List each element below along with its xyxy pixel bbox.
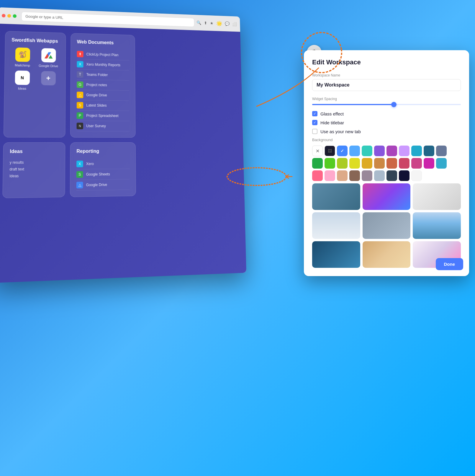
maximize-dot[interactable] [13,14,17,18]
app-mailchimp[interactable]: 🐒 Mailchimp [11,47,34,67]
report-gdrive[interactable]: △ Google Drive [76,179,130,190]
no-color-swatch[interactable]: ✕ [312,146,323,156]
glass-effect-row[interactable]: ✓ Glass effect [312,111,461,116]
workspace-name-input[interactable] [312,79,461,91]
swatch-rose[interactable] [399,158,410,169]
extension-icon[interactable]: 🌟 [216,20,222,26]
color-swatches-section: ✕ 🖼 [312,146,461,181]
bg-light1[interactable] [413,183,461,210]
bg-gradient1[interactable] [363,183,411,210]
glass-effect-label: Glass effect [320,111,344,116]
widget-spacing-label: Widget Spacing [312,97,461,101]
swatch-lime[interactable] [337,158,348,169]
bg-bricks[interactable] [312,183,360,210]
swatch-purple1[interactable] [374,146,385,156]
swatch-green2[interactable] [325,158,335,169]
swatch-tan[interactable] [374,158,385,169]
doc-clickup[interactable]: ⬆ ClickUp Project Plan [77,49,129,61]
swatch-charcoal[interactable] [386,170,397,181]
swatch-magenta[interactable] [424,158,434,169]
swatch-navy[interactable] [399,170,410,181]
background-label: Background [312,138,461,142]
webapps-panel: Swordfish Webapps 🐒 Mailchimp Google Dri… [4,31,66,138]
hide-titlebar-label: Hide titlebar [320,120,344,125]
doc-clickup-label: ClickUp Project Plan [86,52,119,57]
survey-icon: N [77,123,83,129]
doc-gdrive2-label: Google Drive [86,93,107,97]
url-bar[interactable]: Google or type a URL [21,12,194,27]
spreadsheet-icon: P [77,112,83,119]
done-button[interactable]: Done [436,258,463,270]
glass-effect-checkbox[interactable]: ✓ [312,111,317,116]
search-icon[interactable]: 🔍 [196,20,201,25]
close-dot[interactable] [2,14,6,17]
doc-slides[interactable]: S Latest Slides [77,100,130,111]
share-icon[interactable]: ⬆ [204,21,207,25]
docs-panel: Web Documents ⬆ ClickUp Project Plan X X… [70,33,136,138]
doc-gdrive2[interactable]: △ Google Drive [77,90,129,101]
add-app-icon: + [41,71,56,85]
swatch-cyan[interactable] [411,146,422,156]
swatch-purple2[interactable] [386,146,397,156]
swatch-salmon[interactable] [312,170,323,181]
new-tab-row[interactable]: Use as your new tab [312,129,461,134]
panel-header: Edit Workspace [312,58,461,66]
swatch-amber[interactable] [362,158,372,169]
messages-icon[interactable]: 💬 [225,21,230,26]
browser-window: Google or type a URL 🔍 ⬆ ★ 🌟 💬 ⬜ Swordfi… [0,7,246,283]
doc-xero[interactable]: X Xero Monthly Reports [77,59,129,71]
doc-xero-label: Xero Monthly Reports [86,62,120,67]
swatch-mauve[interactable] [362,170,372,181]
swatch-cyan2[interactable] [436,158,447,169]
notion-label: Ideas [18,87,26,90]
image-upload-swatch[interactable]: 🖼 [325,146,335,156]
hide-titlebar-checkbox[interactable]: ✓ [312,120,317,125]
bg-bokeh[interactable] [312,241,360,268]
swatch-sienna[interactable] [386,158,397,169]
bg-blur-gray[interactable] [363,212,411,239]
swatch-silver[interactable] [374,170,385,181]
doc-notes[interactable]: G Project notes [77,80,129,91]
swatch-peach[interactable] [337,170,348,181]
hide-titlebar-row[interactable]: ✓ Hide titlebar [312,120,461,125]
slider-track[interactable] [312,104,461,105]
swatch-blue2[interactable] [349,146,360,156]
app-notion[interactable]: N Ideas [11,70,34,90]
report-xero[interactable]: X Xero [76,159,130,169]
minimize-dot[interactable] [7,14,11,17]
bg-mountains[interactable] [413,212,461,239]
swatch-lavender[interactable] [399,146,410,156]
doc-spreadsheet[interactable]: P Project Spreadsheet [77,110,130,121]
browser-content: Swordfish Webapps 🐒 Mailchimp Google Dri… [0,24,246,283]
gdrive-icon [41,48,56,63]
swatch-blue1[interactable] [337,146,348,156]
swatch-yellow[interactable] [349,158,360,169]
gdrive-label: Google Drive [39,64,58,68]
swatch-pink1[interactable] [411,158,422,169]
swatch-teal[interactable] [362,146,372,156]
new-tab-checkbox[interactable] [312,129,317,134]
tab-icon[interactable]: ⬜ [232,22,237,26]
reporting-sheets-label: Google Sheets [86,172,110,177]
teams-icon: T [77,71,83,78]
swatch-brown[interactable] [349,170,360,181]
bookmark-icon[interactable]: ★ [210,21,213,25]
swatch-lightpink[interactable] [325,170,335,181]
swatch-darkblue[interactable] [424,146,434,156]
report-sheets[interactable]: S Google Sheets [76,169,130,180]
app-add[interactable]: + [37,71,60,91]
swatch-white[interactable] [411,170,422,181]
panels-grid: Swordfish Webapps 🐒 Mailchimp Google Dri… [2,31,238,198]
doc-teams[interactable]: T Teams Folder [77,69,129,81]
doc-survey[interactable]: N User Survey [77,121,130,131]
workspace-name-group: Workspace Name [312,73,461,91]
app-gdrive[interactable]: Google Drive [37,48,59,68]
swatch-slate[interactable] [436,146,447,156]
image-grid [312,183,461,268]
browser-toolbar-icons: 🔍 ⬆ ★ 🌟 💬 ⬜ [196,19,237,27]
bg-snow[interactable] [312,212,360,239]
gdrive2-icon: △ [77,92,83,98]
bg-desert[interactable] [363,241,411,268]
swatch-green1[interactable] [312,158,323,169]
slider-thumb[interactable] [391,102,397,107]
